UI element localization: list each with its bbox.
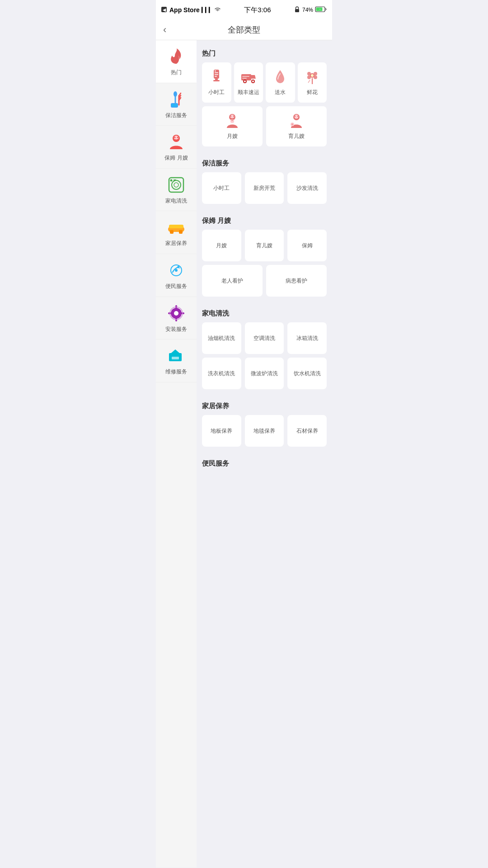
main-layout: 热门 保洁服务: [156, 40, 332, 868]
hourly-icon: [210, 69, 223, 85]
svg-point-54: [314, 72, 317, 75]
clean-item-hourly[interactable]: 小时工: [202, 172, 241, 204]
sidebar-item-furniture[interactable]: 家居保养: [156, 211, 197, 254]
hot-item-yuesao-label: 月嫂: [227, 132, 238, 140]
appliance-item-ac[interactable]: 空调清洗: [245, 322, 284, 354]
hot-grid-2: 月嫂 育儿嫂: [202, 106, 327, 146]
nav-bar: ‹ 全部类型: [156, 20, 332, 40]
nanny-item-elder[interactable]: 老人看护: [202, 265, 263, 297]
svg-rect-21: [174, 179, 176, 181]
install-icon: [166, 303, 186, 323]
appliance-item-fridge[interactable]: 冰箱清洗: [287, 322, 327, 354]
appliance-item-dispenser[interactable]: 饮水机清洗: [287, 358, 327, 389]
furniture-item-stone[interactable]: 石材保养: [287, 415, 327, 447]
hot-item-water-label: 送水: [275, 89, 286, 96]
nanny-item-baomuj[interactable]: 保姆: [287, 230, 327, 261]
svg-rect-38: [215, 71, 216, 71]
clean-item-sofa[interactable]: 沙发清洗: [287, 172, 327, 204]
svg-point-55: [307, 75, 311, 79]
back-app-icon: ◀: [161, 7, 168, 13]
svg-rect-25: [169, 225, 183, 228]
sidebar-item-appliance[interactable]: 家电清洗: [156, 169, 197, 212]
battery-icon: [315, 6, 327, 14]
sidebar-item-hot[interactable]: 热门: [156, 40, 197, 83]
clean-item-newhouse[interactable]: 新房开荒: [245, 172, 284, 204]
svg-point-16: [177, 137, 178, 138]
status-time: 下午3:06: [244, 6, 271, 14]
svg-point-15: [174, 137, 176, 138]
wifi-icon: [214, 6, 221, 14]
yuersao-icon: [289, 113, 304, 129]
sidebar-item-install[interactable]: 安装服务: [156, 297, 197, 340]
clean-item-newhouse-label: 新房开荒: [253, 184, 275, 192]
section-title-furniture: 家居保养: [202, 402, 327, 410]
hot-item-yuesao[interactable]: 月嫂: [202, 106, 263, 146]
hot-item-flower-label: 鲜花: [307, 89, 318, 96]
svg-rect-24: [179, 230, 183, 234]
svg-rect-6: [172, 104, 177, 107]
svg-point-70: [291, 123, 293, 125]
nanny-item-yuersao[interactable]: 育儿嫂: [245, 230, 284, 261]
svg-text:◀: ◀: [162, 8, 166, 12]
sidebar: 热门 保洁服务: [156, 40, 197, 868]
nanny-item-yuesao-label: 月嫂: [216, 242, 227, 250]
svg-point-56: [314, 75, 317, 79]
svg-rect-41: [215, 76, 217, 77]
hot-item-yuersao[interactable]: 育儿嫂: [266, 106, 327, 146]
sidebar-item-convenience[interactable]: 便民服务: [156, 254, 197, 297]
sidebar-item-clean[interactable]: 保洁服务: [156, 83, 197, 126]
clean-icon: [166, 90, 186, 109]
furniture-item-floor[interactable]: 地板保养: [202, 415, 241, 447]
appliance-item-ac-label: 空调清洗: [253, 335, 275, 342]
svg-point-19: [174, 183, 178, 187]
sidebar-item-repair[interactable]: 维修服务: [156, 340, 197, 382]
nanny-item-yuesao[interactable]: 月嫂: [202, 230, 241, 261]
sidebar-label-nanny: 保姆 月嫂: [164, 155, 188, 162]
clean-grid-1: 小时工 新房开荒 沙发清洗: [202, 172, 327, 204]
sidebar-label-convenience: 便民服务: [165, 283, 187, 290]
svg-rect-44: [241, 74, 251, 80]
nanny-grid-1: 月嫂 育儿嫂 保姆: [202, 230, 327, 261]
appliance-grid-1: 油烟机清洗 空调清洗 冰箱清洗: [202, 322, 327, 354]
svg-point-57: [311, 74, 314, 77]
hot-item-flower[interactable]: 鲜花: [298, 62, 327, 103]
nav-back-button[interactable]: ‹: [163, 24, 166, 36]
appliance-grid-2: 洗衣机清洗 微波炉清洗 饮水机清洗: [202, 358, 327, 389]
convenience-icon: [166, 260, 186, 280]
appliance-item-dispenser-label: 饮水机清洗: [294, 370, 321, 377]
lock-icon: [294, 6, 300, 14]
svg-point-53: [307, 72, 311, 75]
appliance-item-washer-label: 洗衣机清洗: [208, 370, 235, 377]
svg-rect-40: [215, 74, 218, 75]
yuesao-icon: [225, 113, 239, 129]
sidebar-label-appliance: 家电清洗: [165, 198, 187, 205]
svg-point-27: [175, 269, 178, 272]
appliance-item-washer[interactable]: 洗衣机清洗: [202, 358, 241, 389]
status-bar: ◀ App Store ▎▎▎ 下午3:06 74%: [156, 0, 332, 20]
status-carrier: ◀ App Store ▎▎▎: [161, 6, 221, 14]
svg-point-29: [174, 311, 178, 316]
svg-point-46: [244, 80, 246, 82]
furniture-grid-1: 地板保养 地毯保养 石材保养: [202, 415, 327, 447]
nanny-item-patient[interactable]: 病患看护: [266, 265, 327, 297]
svg-point-48: [252, 80, 254, 82]
nanny-item-elder-label: 老人看护: [221, 277, 243, 285]
sidebar-item-nanny[interactable]: 保姆 月嫂: [156, 126, 197, 169]
svg-rect-43: [213, 80, 220, 81]
section-title-appliance: 家电清洗: [202, 309, 327, 318]
content-area: 热门 小时工: [197, 40, 332, 868]
furniture-item-carpet[interactable]: 地毯保养: [245, 415, 284, 447]
carrier-label: App Store: [169, 6, 200, 14]
appliance-item-microwave-label: 微波炉清洗: [251, 370, 278, 377]
hot-item-delivery[interactable]: 顺丰速运: [234, 62, 263, 103]
hot-item-delivery-label: 顺丰速运: [238, 89, 259, 96]
appliance-item-range[interactable]: 油烟机清洗: [202, 322, 241, 354]
nanny-item-baomuj-label: 保姆: [302, 242, 313, 250]
hot-item-hourly[interactable]: 小时工: [202, 62, 231, 103]
battery-percent: 74%: [302, 7, 313, 13]
hot-item-water[interactable]: 送水: [266, 62, 295, 103]
hot-item-hourly-label: 小时工: [208, 89, 225, 96]
furniture-item-stone-label: 石材保养: [296, 427, 318, 435]
sidebar-label-repair: 维修服务: [165, 368, 187, 376]
appliance-item-microwave[interactable]: 微波炉清洗: [245, 358, 284, 389]
